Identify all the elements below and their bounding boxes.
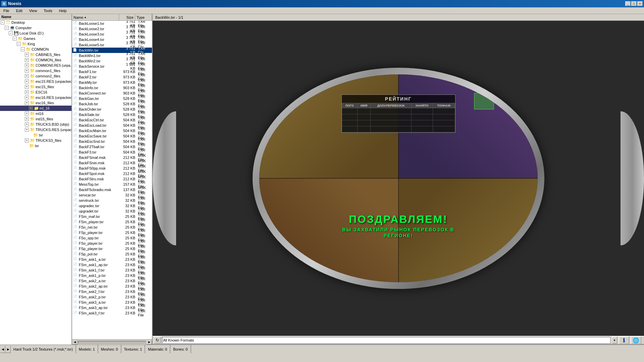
tree-node-common[interactable]: − 📁 COMMON (0, 47, 71, 52)
file-icon: 📄 (73, 91, 78, 96)
common-label: COMMON (32, 47, 49, 51)
rating-table: ЛОГО ИМЯ ДОЛАПЕРЕВОЗОК НАНЯТО ТОННАЖ (342, 103, 455, 132)
tree-node-ml16b[interactable]: + 📁 ml16 (0, 111, 71, 116)
title-bar: N Noesis _ □ × (0, 0, 644, 7)
toggle-games[interactable]: − (13, 37, 17, 41)
file-icon: 📄 (73, 134, 78, 138)
file-icon: 📄 (73, 300, 78, 305)
preview-header: BackWin.txr - 1/1 (153, 14, 644, 21)
toggle-esc15files[interactable]: + (25, 85, 29, 89)
file-icon: 📄 (73, 128, 78, 133)
menu-help[interactable]: Help (57, 8, 69, 13)
textures-label: Textures: 1 (124, 347, 142, 351)
format-dropdown-button[interactable]: ▼ (612, 337, 617, 344)
rating-row (342, 114, 455, 120)
scroll-right-btn[interactable]: ▶ (147, 340, 152, 345)
col-header-size[interactable]: Size (119, 14, 135, 20)
toggle-common2files[interactable]: + (25, 74, 29, 78)
toggle-ml16[interactable]: + (29, 106, 33, 110)
menu-tools[interactable]: Tools (42, 8, 54, 13)
file-list-area[interactable]: 📄 BackLoose1.txr 3 751 KB TXR File 📄 Bac… (72, 21, 152, 339)
toggle-trucksb3d[interactable]: + (25, 122, 29, 126)
tree-node-common2files[interactable]: + 📁 common2_files (0, 73, 71, 79)
status-meshes: Meshes: 0 (98, 345, 121, 353)
toggle-trucksres[interactable]: + (25, 128, 29, 132)
toggle-common0res[interactable]: + (25, 63, 29, 67)
scroll-left-btn[interactable]: ◀ (72, 340, 77, 345)
tree-node-txr2[interactable]: 📁 txr (0, 143, 71, 148)
tree-node-desktop[interactable]: − 🗔 Desktop (0, 20, 71, 25)
toggle-common1files[interactable]: + (25, 69, 29, 73)
king-folder-icon: 📁 (21, 42, 27, 46)
ml16-folder-icon: 📁 (34, 106, 39, 111)
game-container: РЕЙТИНГ ЛОГО ИМЯ ДОЛАПЕРЕВОЗОК НАНЯТО ТО… (153, 21, 644, 336)
toggle-esc16res[interactable]: + (25, 96, 29, 100)
info-button[interactable]: ℹ (619, 336, 629, 344)
horizontal-scrollbar[interactable]: ◀ ▶ (72, 339, 152, 345)
ind15-folder-icon: 📁 (30, 117, 35, 121)
tree-node-cabines[interactable]: + 📁 CABINES_files (0, 52, 71, 57)
tree-node-txr1[interactable]: 📁 txr (0, 132, 71, 138)
tree-node-ind15files[interactable]: + 📁 ind15_files (0, 116, 71, 122)
file-icon: 📄 (73, 198, 78, 203)
maximize-button[interactable]: □ (631, 1, 637, 6)
trucksb3d-icon: 📁 (30, 122, 35, 127)
minimize-button[interactable]: _ (625, 1, 631, 6)
tree-node-esc16[interactable]: + 📁 ESC16 (0, 89, 71, 95)
tree-node-common1files[interactable]: + 📁 common1_files (0, 68, 71, 73)
globe-button[interactable]: 🌐 (631, 336, 641, 344)
common-folder-icon: 📁 (25, 47, 31, 52)
toggle-ind15files[interactable]: + (25, 117, 29, 121)
file-icon: 📄 (73, 150, 78, 155)
toggle-esc16files[interactable]: + (25, 101, 29, 105)
file-icon: 📄 (73, 203, 78, 208)
nav-prev-button[interactable]: ◀ (0, 346, 5, 353)
tree-node-localdisk[interactable]: − 💾 Local Disk (D:) (0, 31, 71, 36)
refresh-icon: ↻ (156, 338, 159, 343)
tree-node-esc15files[interactable]: + 📁 esc15_files (0, 84, 71, 89)
list-item[interactable]: 📄 FSm_ask3_f.txr 23 KB TXR File (72, 310, 152, 316)
menu-file[interactable]: File (1, 8, 11, 13)
tree-node-esc15res[interactable]: + 📁 esc15.RES (unpacked) (0, 79, 71, 84)
toggle-trucks3files[interactable]: + (25, 138, 29, 142)
right-panel-preview: BackWin.txr - 1/1 (153, 14, 644, 345)
menu-view[interactable]: View (27, 8, 39, 13)
toggle-king[interactable]: − (17, 42, 21, 46)
col-header-name[interactable]: Name ▲ (72, 14, 119, 20)
col-header-type[interactable]: Type (135, 14, 152, 20)
close-button[interactable]: × (637, 1, 643, 6)
tree-node-trucksres[interactable]: + 📁 TRUCKS.RES (unpacked) (0, 127, 71, 132)
trucks3-folder-icon: 📁 (30, 138, 35, 143)
toggle-common[interactable]: − (21, 47, 25, 51)
app-icon: N (1, 1, 7, 6)
menu-edit[interactable]: Edit (14, 8, 24, 13)
toggle-computer[interactable]: − (5, 26, 9, 30)
tree-node-computer[interactable]: − 💻 Computer (0, 25, 71, 31)
tree-node-ml16-selected[interactable]: + 📁 ml_16 (0, 106, 71, 111)
status-bones: Bones: 0 (170, 345, 191, 353)
rating-row (342, 108, 455, 114)
tree-node-king[interactable]: − 📁 King (0, 41, 71, 47)
tree-node-trucks3files[interactable]: + 📁 TRUCKS3_files (0, 138, 71, 143)
tree-node-trucksb3d[interactable]: + 📁 TRUCKS.B3D (objs) (0, 122, 71, 127)
scroll-track (78, 341, 146, 344)
tree-area[interactable]: − 🗔 Desktop − 💻 Computer − 💾 Local Disk … (0, 20, 71, 345)
tree-node-commonfiles[interactable]: + 📁 COMMON_files (0, 57, 71, 63)
toggle-ml16b[interactable]: + (25, 112, 29, 116)
toggle-desktop[interactable]: − (1, 20, 5, 24)
toggle-commonfiles[interactable]: + (25, 58, 29, 62)
toggle-esc16[interactable]: + (25, 90, 29, 94)
tree-node-esc16res[interactable]: + 📁 esc16.RES (unpacked) (0, 95, 71, 100)
toggle-localdisk[interactable]: − (9, 31, 13, 35)
esc16-folder-icon: 📁 (30, 90, 35, 95)
toggle-cabines[interactable]: + (25, 53, 29, 57)
refresh-button[interactable]: ↻ (154, 337, 161, 344)
tree-node-games[interactable]: − 📁 Games (0, 36, 71, 41)
rating-col-logo: ЛОГО (342, 103, 357, 108)
tree-node-esc16files[interactable]: + 📁 esc16_files (0, 100, 71, 106)
nav-next-button[interactable]: ▶ (5, 346, 11, 353)
status-models: Models: 1 (76, 345, 98, 353)
toggle-esc15res[interactable]: + (25, 79, 29, 83)
tree-node-common0res[interactable]: + 📁 COMMON0.RES (unpa... (0, 63, 71, 68)
format-input[interactable] (162, 337, 610, 344)
